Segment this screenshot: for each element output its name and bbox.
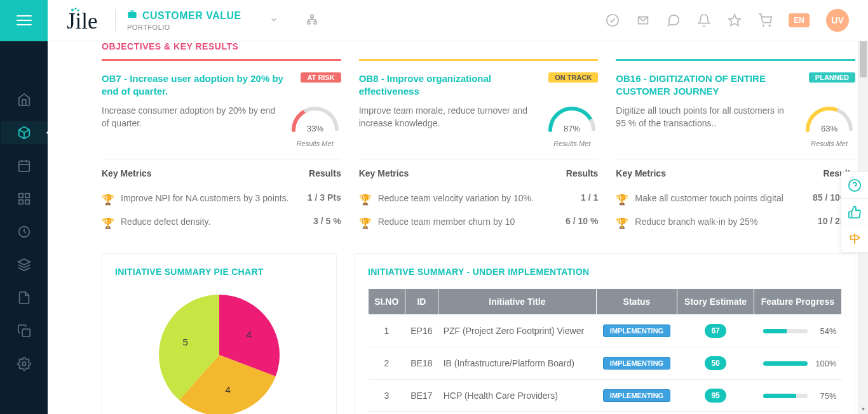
metric-text: Reduce team velocity variation by 10%. [378,192,574,205]
estimate-pill: 95 [705,389,726,403]
okr-title: OB8 - Improve organizational effectivene… [359,72,543,97]
svg-text:Jile: Jile [67,9,98,34]
progress-bar [763,361,808,366]
svg-rect-4 [311,15,314,17]
svg-rect-5 [307,22,310,24]
help-rail [841,171,868,253]
table-header: Story Estimate [677,289,754,315]
pie-chart-panel: INITIATIVE SUMMARY PIE CHART 445 [102,253,337,414]
language-button[interactable]: EN [789,13,810,27]
sidebar-layers-icon[interactable] [17,257,32,272]
metrics-header-label: Key Metrics [102,168,152,178]
metric-row: 🏆 Reduce defect density. 3 / 5 % [102,211,341,234]
status-badge: PLANNED [809,72,855,83]
table-header: Status [596,289,677,315]
svg-rect-22 [22,329,30,337]
cart-icon[interactable] [758,13,772,27]
table-row[interactable]: 1 EP16 PZF (Project Zero Footprint) View… [369,315,842,347]
gauge: 33%Results Met [289,105,341,147]
cell-status: IMPLEMENTING [596,380,677,412]
progress-label: 54% [814,326,837,336]
sidebar-package-icon[interactable] [17,125,32,140]
cell-title: HCP (Health Care Providers) [438,380,596,412]
sidebar-refresh-icon[interactable] [17,224,32,239]
metric-row: 🏆 Improve NPI for NA customers by 3 poin… [102,187,341,211]
check-circle-icon[interactable] [606,13,620,27]
hierarchy-icon[interactable] [306,14,318,27]
mail-icon[interactable] [636,13,650,27]
svg-point-7 [607,15,618,26]
svg-rect-16 [18,194,22,197]
menu-toggle-button[interactable] [0,0,48,41]
svg-text:87%: 87% [564,124,580,133]
svg-text:33%: 33% [307,124,323,133]
panel-title: INITIATIVE SUMMARY PIE CHART [115,267,323,277]
cell-progress: 100% [754,347,841,380]
cell-estimate: 95 [677,380,754,412]
sidebar-settings-icon[interactable] [17,356,32,371]
chat-icon[interactable] [667,13,681,27]
star-icon[interactable] [728,13,742,27]
sidebar-home-icon[interactable] [17,92,32,107]
metric-row: 🏆 Reduce team velocity variation by 10%.… [359,187,599,211]
table-row[interactable]: 2 BE18 IB (Infrastructure/Platform Board… [369,347,842,380]
table-row[interactable]: 3 BE17 HCP (Health Care Providers) IMPLE… [369,380,842,412]
table-header: ID [405,289,438,315]
trophy-icon: 🏆 [102,217,114,229]
status-pill: IMPLEMENTING [603,324,670,337]
okr-card[interactable]: OB8 - Improve organizational effectivene… [359,59,599,234]
metric-row: 🏆 Reduce branch walk-in by 25% 10 / 25 % [616,211,855,234]
help-icon[interactable] [841,172,868,199]
okr-title: OB16 - DIGITIZATION OF ENTIRE CUSTOMER J… [616,72,803,97]
sidebar-file-icon[interactable] [17,290,32,305]
estimate-pill: 67 [705,324,726,338]
cell-status: IMPLEMENTING [596,315,677,347]
table-panel: INITIATIVE SUMMARY - UNDER IMPLEMENTATIO… [355,253,855,414]
metric-result: 1 / 1 [581,192,598,203]
chevron-down-icon[interactable] [269,15,278,26]
pie-slice-label: 4 [247,329,252,340]
okr-card[interactable]: OB16 - DIGITIZATION OF ENTIRE CUSTOMER J… [616,59,855,234]
cell-estimate: 67 [677,315,754,347]
svg-point-9 [763,25,764,26]
svg-point-3 [78,10,79,11]
gauge-label: Results Met [803,140,855,147]
cell-sno: 2 [369,347,405,380]
sidebar-calendar-icon[interactable] [17,158,32,173]
status-badge: AT RISK [301,72,341,83]
metric-text: Make all customer touch points digital [635,192,806,205]
cell-progress: 54% [754,315,841,347]
pie-chart: 445 [153,288,286,414]
metric-result: 1 / 3 Pts [308,192,341,203]
metric-result: 6 / 10 % [566,216,598,226]
cell-estimate: 50 [677,347,754,380]
bell-icon[interactable] [697,13,711,27]
sidebar-grid-icon[interactable] [17,191,32,206]
progress-label: 75% [814,391,837,401]
main-content: OBJECTIVES & KEY RESULTS OB7 - Increase … [48,41,868,414]
okr-description: Improve team morale, reduce turnover and… [359,105,539,130]
brand-logo[interactable]: Jile [67,6,98,35]
metric-text: Reduce branch walk-in by 25% [635,216,811,229]
cell-title: IB (Infrastructure/Platform Board) [438,347,596,380]
breadcrumb[interactable]: CUSTOMER VALUE PORTFOLIO [115,10,241,31]
signpost-icon[interactable] [841,225,868,252]
app-header: Jile CUSTOMER VALUE PORTFOLIO EN UV [0,0,868,41]
briefcase-icon [127,10,137,22]
okr-cards-row: OB7 - Increase user adoption by 20% by e… [102,59,855,234]
table-header: Feature Progress [754,289,841,315]
status-pill: IMPLEMENTING [603,357,670,370]
svg-rect-12 [18,161,29,171]
status-badge: ON TRACK [548,72,598,83]
cell-status: IMPLEMENTING [596,347,677,380]
trophy-icon: 🏆 [102,194,114,206]
sidebar-copy-icon[interactable] [17,323,32,338]
okr-card[interactable]: OB7 - Increase user adoption by 20% by e… [102,59,341,234]
results-header-label: Results [566,168,599,178]
user-avatar[interactable]: UV [826,9,849,32]
header-actions: EN UV [606,9,868,32]
table-header: SI.NO [369,289,405,315]
thumbs-up-icon[interactable] [841,199,868,225]
gauge-label: Results Met [289,140,341,147]
metric-result: 3 / 5 % [313,216,341,226]
